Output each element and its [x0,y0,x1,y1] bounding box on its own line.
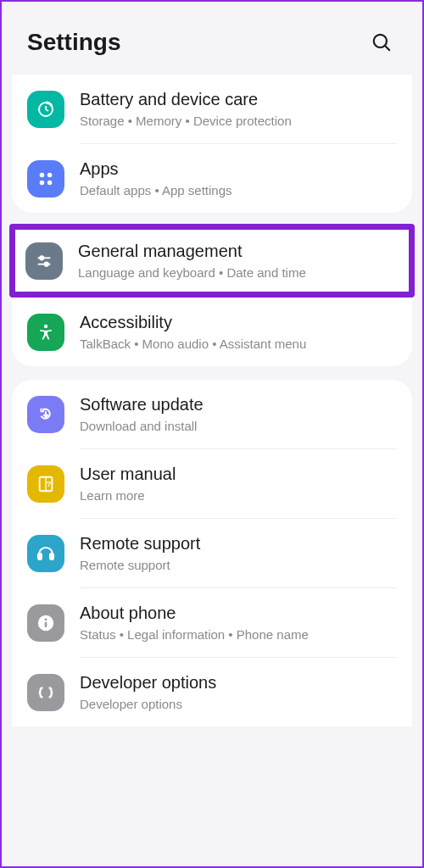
row-text: Remote support Remote support [80,532,397,574]
row-subtitle: Remote support [80,556,397,574]
svg-point-0 [374,35,387,47]
remote-support-icon [27,535,64,572]
search-icon [371,31,393,53]
settings-item-software-update[interactable]: Software update Download and install [12,380,412,448]
row-text: Software update Download and install [80,393,397,435]
row-subtitle: Download and install [80,417,397,435]
row-title: User manual [80,463,397,485]
row-title: Developer options [80,671,397,693]
row-text: Accessibility TalkBack • Mono audio • As… [80,311,397,353]
row-title: General management [78,240,399,262]
settings-item-developer-options[interactable]: Developer options Developer options [12,658,412,726]
svg-point-10 [45,262,48,265]
row-title: About phone [80,602,397,624]
row-title: Software update [80,393,397,415]
row-title: Battery and device care [80,88,397,110]
svg-point-8 [40,256,43,259]
svg-rect-17 [50,554,53,559]
row-title: Accessibility [80,311,397,333]
highlighted-item: General management Language and keyboard… [9,224,415,298]
page-title: Settings [27,29,120,56]
row-title: Remote support [80,532,397,554]
row-text: Developer options Developer options [80,671,397,713]
row-subtitle: Developer options [80,695,397,713]
general-management-icon [25,242,63,280]
row-text: About phone Status • Legal information •… [80,602,397,643]
battery-care-icon [27,91,64,128]
settings-item-remote-support[interactable]: Remote support Remote support [12,519,412,587]
settings-group: General management Language and keyboard… [2,224,422,366]
settings-group: Software update Download and install ? U… [12,380,412,726]
svg-line-1 [385,46,389,50]
row-text: General management Language and keyboard… [78,240,399,281]
settings-header: Settings [2,2,422,75]
row-subtitle: Default apps • App settings [80,181,397,199]
row-text: Apps Default apps • App settings [80,158,397,199]
svg-point-6 [47,180,53,185]
settings-group: Battery and device care Storage • Memory… [12,75,412,213]
settings-item-about-phone[interactable]: About phone Status • Legal information •… [12,588,412,657]
search-button[interactable] [366,27,397,58]
svg-rect-16 [38,554,42,559]
svg-point-11 [44,324,47,327]
row-text: Battery and device care Storage • Memory… [80,88,397,130]
settings-group-lower: Accessibility TalkBack • Mono audio • As… [12,298,412,366]
about-phone-icon [27,604,64,642]
row-text: User manual Learn more [80,463,397,504]
settings-item-apps[interactable]: Apps Default apps • App settings [12,144,412,213]
svg-point-19 [45,618,47,620]
row-subtitle: Storage • Memory • Device protection [80,112,397,130]
row-subtitle: Status • Legal information • Phone name [80,626,397,643]
settings-item-battery[interactable]: Battery and device care Storage • Memory… [12,75,412,143]
settings-item-general-management[interactable]: General management Language and keyboard… [15,230,409,292]
settings-item-user-manual[interactable]: ? User manual Learn more [12,449,412,518]
svg-point-4 [47,172,53,177]
developer-options-icon [27,674,64,711]
user-manual-icon: ? [27,465,64,503]
svg-rect-20 [45,621,47,626]
accessibility-icon [27,314,64,351]
row-subtitle: TalkBack • Mono audio • Assistant menu [80,335,397,353]
software-update-icon [27,396,64,433]
svg-point-3 [40,172,45,177]
row-title: Apps [80,158,397,180]
svg-point-5 [40,180,45,185]
svg-text:?: ? [47,479,52,487]
apps-icon [27,160,64,198]
settings-item-accessibility[interactable]: Accessibility TalkBack • Mono audio • As… [12,298,412,366]
row-subtitle: Language and keyboard • Date and time [78,264,399,281]
row-subtitle: Learn more [80,487,397,504]
